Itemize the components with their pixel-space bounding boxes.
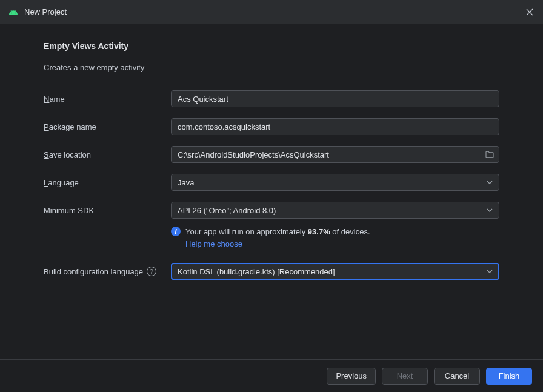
label-package: Package name [44,122,171,131]
dialog-body: Empty Views Activity Creates a new empty… [0,24,543,359]
page-title: Empty Views Activity [44,41,499,51]
row-name: Name [44,90,499,107]
titlebar: New Project [0,0,543,24]
name-input[interactable] [171,90,499,107]
finish-button[interactable]: Finish [486,368,532,385]
min-sdk-select[interactable]: API 26 ("Oreo"; Android 8.0) [171,202,499,219]
label-name: Name [44,95,171,104]
page-description: Creates a new empty activity [44,63,499,72]
row-package: Package name [44,118,499,135]
row-language: Language Java [44,174,499,191]
language-value: Java [178,178,194,187]
folder-icon[interactable] [485,150,495,159]
chevron-down-icon [487,179,493,185]
label-min-sdk: Minimum SDK [44,206,171,215]
sdk-info: i Your app will run on approximately 93.… [171,226,499,250]
footer: Previous Next Cancel Finish [0,359,543,392]
row-min-sdk: Minimum SDK API 26 ("Oreo"; Android 8.0) [44,202,499,219]
window-title: New Project [24,7,67,16]
row-save-location: Save location [44,146,499,163]
help-me-choose-link[interactable]: Help me choose [185,239,242,248]
info-icon: i [171,227,181,236]
label-save-location: Save location [44,150,171,159]
language-select[interactable]: Java [171,174,499,191]
label-language: Language [44,178,171,187]
save-location-input[interactable] [171,146,499,163]
help-icon[interactable]: ? [147,267,156,276]
row-build-config: Build configuration language ? Kotlin DS… [44,263,499,280]
android-icon [8,7,18,17]
next-button[interactable]: Next [382,368,428,385]
build-config-select[interactable]: Kotlin DSL (build.gradle.kts) [Recommend… [171,263,499,280]
build-config-value: Kotlin DSL (build.gradle.kts) [Recommend… [178,267,335,276]
chevron-down-icon [487,268,493,274]
previous-button[interactable]: Previous [327,368,376,385]
chevron-down-icon [487,207,493,213]
close-icon[interactable] [522,5,537,19]
sdk-info-text: Your app will run on approximately 93.7%… [185,226,370,250]
package-input[interactable] [171,118,499,135]
min-sdk-value: API 26 ("Oreo"; Android 8.0) [178,206,276,215]
label-build-config: Build configuration language ? [44,267,171,276]
cancel-button[interactable]: Cancel [434,368,480,385]
